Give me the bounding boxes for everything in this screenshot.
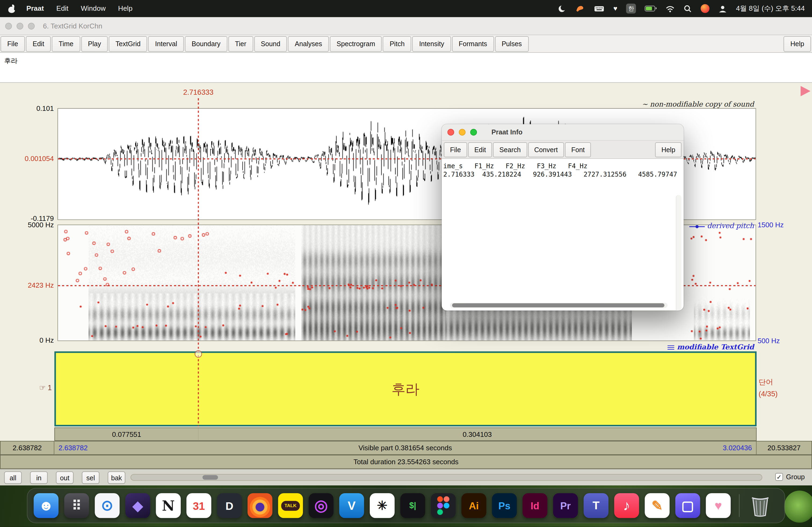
menubar-menu[interactable]: Help (118, 4, 133, 12)
moon-icon[interactable] (558, 4, 567, 13)
textgrid-caption: modifiable TextGrid (668, 343, 754, 351)
info-vertical-scrollbar[interactable] (676, 195, 682, 311)
purple-ring-app-icon[interactable]: ◎ (308, 493, 334, 518)
discord-icon[interactable]: D (217, 493, 242, 518)
finder-icon[interactable]: ☻ (33, 493, 59, 518)
apple-menu-icon[interactable] (8, 4, 15, 13)
dock-app-glyph: Ps (498, 501, 510, 511)
menubar-app-badge-icon[interactable] (701, 4, 710, 13)
photoshop-icon[interactable]: Ps (492, 493, 517, 518)
window-title: 6. TextGrid KorChn (43, 22, 102, 30)
total-duration-cell[interactable]: Total duration 23.554263 seconds (0, 455, 812, 469)
editor-menu-button[interactable]: Boundary (185, 36, 227, 51)
keyboard-icon[interactable] (594, 4, 605, 12)
editor-menu-button[interactable]: Play (81, 36, 108, 51)
info-values-line: 2.716333 435.218224 926.391443 2727.3125… (443, 170, 683, 178)
zoom-button[interactable]: bak (108, 471, 126, 484)
menubar-menu[interactable]: Praat (26, 4, 44, 12)
battery-icon[interactable] (645, 5, 656, 12)
info-menu-button[interactable]: File (444, 142, 467, 157)
vscode-icon[interactable]: V (339, 493, 364, 518)
duration-left-cell[interactable]: 0.077551 (54, 427, 199, 441)
info-horizontal-scrollbar-thumb[interactable] (452, 303, 665, 307)
zoom-button[interactable]: out (56, 471, 74, 484)
notes-pen-app-icon[interactable]: ✎ (645, 493, 670, 518)
time-after-cell[interactable]: 20.533827 (757, 441, 812, 455)
firefox-icon[interactable] (248, 493, 273, 518)
illustrator-icon[interactable]: Ai (461, 493, 486, 518)
editor-menu-button[interactable]: Formants (452, 36, 494, 51)
korean-input-badge[interactable]: 한 (626, 3, 636, 13)
info-minimize-button[interactable] (459, 129, 466, 136)
launchpad-icon[interactable]: ⠿ (64, 493, 89, 518)
minimize-button[interactable] (17, 22, 23, 29)
wifi-icon[interactable] (666, 5, 675, 12)
pink-character-app-icon[interactable]: ♥ (706, 493, 731, 518)
editor-menu-button[interactable]: Pitch (383, 36, 411, 51)
editor-menu-button[interactable]: Tier (228, 36, 253, 51)
blue-dot-app-icon[interactable]: ⊙ (95, 493, 120, 518)
editor-menu-button[interactable]: File (1, 36, 25, 51)
editor-menu-button[interactable]: Sound (254, 36, 287, 51)
info-menu-button[interactable]: Convert (528, 142, 564, 157)
menubar-menu[interactable]: Window (81, 4, 106, 12)
info-help-menu[interactable]: Help (655, 142, 682, 157)
info-horizontal-scrollbar[interactable] (450, 303, 668, 308)
info-menu-button[interactable]: Font (565, 142, 591, 157)
calendar-icon[interactable]: 31 (186, 493, 211, 518)
editor-menu-button[interactable]: Spectrogram (330, 36, 382, 51)
zoom-button[interactable]: sel (82, 471, 100, 484)
menubar-clock[interactable]: 4월 8일 (수) 오후 5:44 (736, 4, 805, 13)
obsidian-icon[interactable]: ◆ (126, 493, 150, 518)
info-menu-button[interactable]: Search (493, 142, 527, 157)
time-before-cell[interactable]: 2.638782 (0, 441, 54, 455)
cursor-handle[interactable] (195, 350, 202, 358)
textgrid-caption-text: modifiable TextGrid (677, 343, 754, 351)
duration-right-cell[interactable]: 0.304103 (199, 427, 757, 441)
dock-app-glyph: ✎ (651, 499, 663, 512)
zoom-button-window[interactable] (28, 22, 35, 29)
menubar-menu[interactable]: Edit (56, 4, 69, 12)
editor-menu-button[interactable]: Interval (148, 36, 184, 51)
editor-menu-button[interactable]: Intensity (412, 36, 451, 51)
info-menu-button[interactable]: Edit (468, 142, 492, 157)
group-checkbox[interactable]: ✓ (775, 473, 783, 481)
heart-icon[interactable]: ♥ (613, 5, 617, 12)
user-icon[interactable] (718, 4, 727, 13)
terminal-icon[interactable]: $| (400, 493, 425, 518)
editor-menu-button[interactable]: Pulses (495, 36, 528, 51)
editor-menu-button[interactable]: Time (52, 36, 80, 51)
zoom-button[interactable]: all (4, 471, 22, 484)
info-zoom-button[interactable] (470, 129, 477, 136)
indesign-icon[interactable]: Id (523, 493, 548, 518)
time-scrollbar[interactable] (130, 474, 762, 481)
trash-icon[interactable] (748, 493, 773, 518)
dock-divider (739, 494, 740, 517)
visible-part-cell[interactable]: 2.638782 Visible part 0.381654 seconds 3… (54, 441, 756, 455)
info-close-button[interactable] (447, 129, 454, 136)
close-button[interactable] (5, 22, 12, 29)
info-content[interactable]: ime_s F1_Hz F2_Hz F3_Hz F4_Hz 2.716333 4… (442, 159, 684, 311)
tier-number-label[interactable]: ☞ 1 (11, 383, 52, 392)
textgrid-tier-1[interactable]: 후라 (54, 351, 756, 426)
kakaotalk-icon[interactable]: TALK (278, 493, 303, 518)
apple-music-icon[interactable]: ♪ (614, 493, 639, 518)
play-arrow-icon[interactable] (801, 86, 811, 96)
pitch-max-label: 1500 Hz (757, 221, 809, 229)
editor-menu-button[interactable]: TextGrid (109, 36, 147, 51)
time-cursor-line[interactable] (198, 98, 199, 426)
emblem-app-icon[interactable]: ✳ (370, 493, 395, 518)
indigo-squircle-app-icon[interactable]: ▢ (675, 493, 700, 518)
editor-help-menu[interactable]: Help (784, 36, 811, 51)
notion-icon[interactable]: N (156, 493, 181, 518)
interval-text-field[interactable]: 후라 (0, 53, 812, 83)
zoom-button[interactable]: in (30, 471, 48, 484)
figma-icon[interactable] (431, 493, 456, 518)
teams-icon[interactable]: T (583, 493, 608, 518)
premiere-icon[interactable]: Pr (553, 493, 578, 518)
editor-menu-button[interactable]: Edit (26, 36, 51, 51)
fox-icon[interactable] (576, 4, 586, 12)
search-icon[interactable] (684, 4, 692, 13)
editor-menu-button[interactable]: Analyses (288, 36, 329, 51)
time-scrollbar-thumb[interactable] (202, 475, 218, 480)
